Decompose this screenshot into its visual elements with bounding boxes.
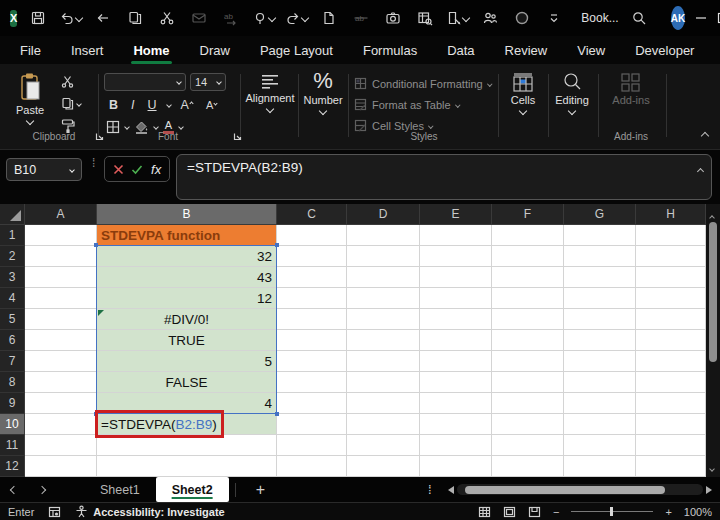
camera-icon[interactable] [382,7,404,29]
cell-G9[interactable] [564,393,636,414]
search-icon[interactable] [629,7,651,29]
cell-E11[interactable] [420,435,492,456]
cell-E7[interactable] [420,351,492,372]
cell-G3[interactable] [564,267,636,288]
cell-D3[interactable] [347,267,420,288]
zoom-slider-thumb[interactable] [610,507,613,516]
cell-F7[interactable] [492,351,564,372]
file-pen-button[interactable] [446,10,469,26]
horizontal-scrollbar-thumb[interactable] [465,486,665,494]
font-name-select[interactable] [104,73,186,91]
tab-review[interactable]: Review [503,39,550,62]
collapse-ribbon-icon[interactable] [702,125,708,143]
cell-A4[interactable] [25,288,97,309]
accessibility-status[interactable]: Accessibility: Investigate [75,505,224,518]
cell-G6[interactable] [564,330,636,351]
font-size-select[interactable]: 14 [190,73,226,91]
vertical-scrollbar[interactable] [706,204,720,477]
cell-E5[interactable] [420,309,492,330]
cell-A3[interactable] [25,267,97,288]
cell-E6[interactable] [420,330,492,351]
row-header-11[interactable]: 11 [0,435,25,456]
sheet-tab-sheet1[interactable]: Sheet1 [84,477,156,502]
tab-page-layout[interactable]: Page Layout [258,39,335,62]
customize-toolbar-icon[interactable] [543,7,565,29]
redo-dropdown-icon[interactable] [301,14,309,22]
row-header-1[interactable]: 1 [0,225,25,246]
cell-B10[interactable]: =STDEVPA(B2:B9) [97,414,277,435]
cell-H7[interactable] [636,351,706,372]
cell-C10[interactable] [277,414,347,435]
cell-D6[interactable] [347,330,420,351]
cell-B8[interactable]: FALSE [97,372,277,393]
italic-button[interactable]: I [128,98,137,112]
cell-A7[interactable] [25,351,97,372]
undo-dropdown-icon[interactable] [75,14,83,22]
prev-sheet-icon[interactable] [0,487,28,493]
cell-D1[interactable] [347,225,420,246]
row-header-6[interactable]: 6 [0,330,25,351]
cell-G7[interactable] [564,351,636,372]
people-icon[interactable] [479,7,501,29]
name-box[interactable]: B10 [6,158,82,181]
sheet-tab-sheet2[interactable]: Sheet2 [156,477,229,502]
zoom-in-icon[interactable]: + [665,506,671,518]
cell-D8[interactable] [347,372,420,393]
cell-E9[interactable] [420,393,492,414]
cell-H3[interactable] [636,267,706,288]
cell-B5[interactable]: #DIV/0! [97,309,277,330]
tab-home[interactable]: Home [131,39,171,62]
copy-button[interactable] [60,96,81,111]
cell-H4[interactable] [636,288,706,309]
column-header-A[interactable]: A [25,204,97,225]
cell-C4[interactable] [277,288,347,309]
bold-button[interactable]: B [106,98,121,112]
scroll-left-icon[interactable] [448,486,454,494]
column-header-C[interactable]: C [277,204,347,225]
row-header-2[interactable]: 2 [0,246,25,267]
cell-C5[interactable] [277,309,347,330]
row-header-7[interactable]: 7 [0,351,25,372]
formula-input[interactable]: =STDEVPA(B2:B9) [176,154,712,200]
cell-B7[interactable]: 5 [97,351,277,372]
row-header-4[interactable]: 4 [0,288,25,309]
minimize-button[interactable] [695,5,707,31]
back-icon[interactable] [92,7,114,29]
cell-E3[interactable] [420,267,492,288]
expand-formula-bar-icon[interactable] [698,162,703,177]
cell-H8[interactable] [636,372,706,393]
cell-H11[interactable] [636,435,706,456]
cell-A11[interactable] [25,435,97,456]
row-header-12[interactable]: 12 [0,456,25,477]
cell-F12[interactable] [492,456,564,477]
cell-E4[interactable] [420,288,492,309]
cell-D10[interactable] [347,414,420,435]
record-icon[interactable] [511,7,533,29]
cell-D11[interactable] [347,435,420,456]
cell-F11[interactable] [492,435,564,456]
new-file-icon[interactable] [318,7,340,29]
cell-H1[interactable] [636,225,706,246]
number-button[interactable]: % Number [300,70,346,114]
row-header-5[interactable]: 5 [0,309,25,330]
shrink-font-button[interactable]: A [203,99,220,111]
column-header-F[interactable]: F [492,204,564,225]
column-header-E[interactable]: E [420,204,492,225]
font-color-dropdown-icon[interactable] [178,124,184,130]
cell-D5[interactable] [347,309,420,330]
cell-A10[interactable] [25,414,97,435]
zoom-out-icon[interactable]: − [553,506,559,518]
cell-E12[interactable] [420,456,492,477]
fill-color-dropdown-icon[interactable] [153,124,159,130]
cell-C6[interactable] [277,330,347,351]
cell-C3[interactable] [277,267,347,288]
cell-E1[interactable] [420,225,492,246]
cell-B6[interactable]: TRUE [97,330,277,351]
cell-A8[interactable] [25,372,97,393]
cell-C12[interactable] [277,456,347,477]
cell-F8[interactable] [492,372,564,393]
cell-C2[interactable] [277,246,347,267]
cell-D12[interactable] [347,456,420,477]
cell-C7[interactable] [277,351,347,372]
cell-E2[interactable] [420,246,492,267]
